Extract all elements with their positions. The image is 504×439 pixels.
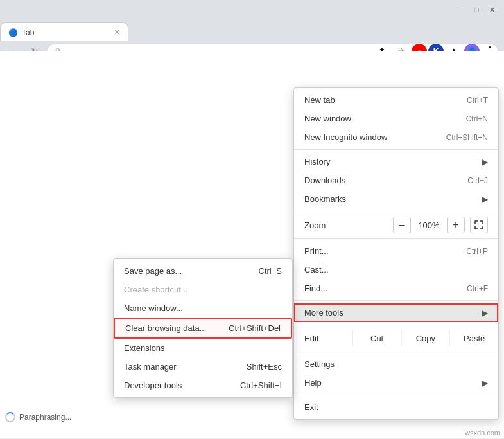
menu-more-tools[interactable]: More tools ▶ — [294, 303, 498, 322]
divider-3 — [294, 238, 498, 239]
menu-downloads[interactable]: Downloads Ctrl+J — [294, 171, 498, 190]
menu-exit[interactable]: Exit — [294, 398, 498, 417]
menu-print[interactable]: Print... Ctrl+P — [294, 242, 498, 260]
divider-5 — [294, 325, 498, 325]
fullscreen-button[interactable] — [470, 217, 488, 233]
divider-4 — [294, 300, 498, 301]
menu-help[interactable]: Help ▶ — [294, 373, 498, 392]
minimize-button[interactable]: ─ — [454, 3, 468, 17]
zoom-in-button[interactable]: + — [447, 217, 465, 233]
submenu-create-shortcut[interactable]: Create shortcut... — [114, 280, 292, 299]
loading-spinner — [5, 412, 15, 422]
menu-settings[interactable]: Settings — [294, 355, 498, 373]
menu-cast[interactable]: Cast... — [294, 260, 498, 279]
divider-1 — [294, 149, 498, 150]
paraphrasing-text: Paraphrasing... — [19, 413, 71, 422]
watermark: wsxdn.com — [465, 429, 500, 436]
menu-new-tab[interactable]: New tab Ctrl+T — [294, 91, 498, 109]
submenu-name-window[interactable]: Name window... — [114, 299, 292, 318]
divider-6 — [294, 352, 498, 352]
tab-bar: 🔵 Tab ✕ — [0, 19, 504, 41]
close-button[interactable]: ✕ — [485, 3, 499, 17]
menu-bookmarks[interactable]: Bookmarks ▶ — [294, 190, 498, 208]
divider-2 — [294, 211, 498, 211]
paste-button[interactable]: Paste — [449, 330, 498, 346]
submenu-developer-tools[interactable]: Developer tools Ctrl+Shift+I — [114, 376, 292, 395]
zoom-out-button[interactable]: – — [393, 217, 411, 233]
menu-incognito[interactable]: New Incognito window Ctrl+Shift+N — [294, 128, 498, 147]
menu-find[interactable]: Find... Ctrl+F — [294, 279, 498, 298]
copy-button[interactable]: Copy — [401, 330, 450, 346]
chrome-menu: New tab Ctrl+T New window Ctrl+N New Inc… — [293, 87, 499, 420]
submenu-task-manager[interactable]: Task manager Shift+Esc — [114, 357, 292, 376]
divider-7 — [294, 395, 498, 395]
paraphrasing-indicator: Paraphrasing... — [5, 412, 71, 422]
maximize-button[interactable]: □ — [469, 3, 483, 17]
edit-row: Edit Cut Copy Paste — [294, 328, 498, 349]
menu-history[interactable]: History ▶ — [294, 152, 498, 171]
submenu-extensions[interactable]: Extensions — [114, 339, 292, 357]
title-bar: ─ □ ✕ — [0, 0, 504, 19]
more-tools-submenu: Save page as... Ctrl+S Create shortcut..… — [113, 258, 293, 398]
cut-button[interactable]: Cut — [352, 330, 401, 346]
main-content: New tab Ctrl+T New window Ctrl+N New Inc… — [0, 51, 504, 438]
zoom-value: 100% — [416, 220, 442, 230]
zoom-row: Zoom – 100% + — [294, 214, 498, 236]
submenu-clear-browsing-data[interactable]: Clear browsing data... Ctrl+Shift+Del — [114, 318, 292, 339]
menu-new-window[interactable]: New window Ctrl+N — [294, 109, 498, 128]
submenu-save-page[interactable]: Save page as... Ctrl+S — [114, 262, 292, 280]
active-tab[interactable]: 🔵 Tab ✕ — [0, 22, 128, 42]
